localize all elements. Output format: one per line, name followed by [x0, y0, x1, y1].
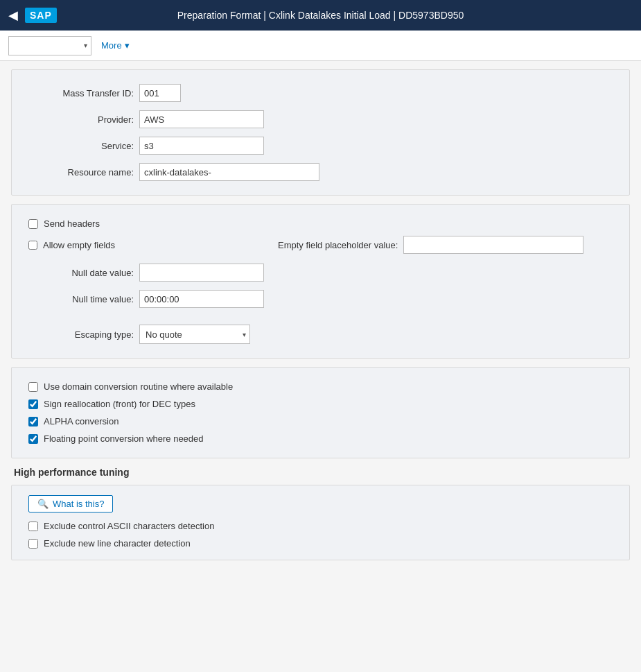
sign-reallocation-checkbox[interactable] [28, 399, 38, 409]
conversion-section: Use domain conversion routine where avai… [11, 367, 630, 458]
null-date-row: Null date value: [28, 264, 613, 282]
sign-reallocation-label: Sign reallocation (front) for DEC types [44, 399, 195, 409]
exclude-ascii-label: Exclude control ASCII characters detecti… [44, 521, 214, 531]
sap-logo-text: SAP [25, 8, 57, 23]
sign-reallocation-row: Sign reallocation (front) for DEC types [28, 399, 613, 409]
settings-section: Send headers Allow empty fields Empty fi… [11, 204, 630, 359]
send-headers-checkbox[interactable] [28, 219, 38, 229]
performance-content: 🔍 What is this? Exclude control ASCII ch… [11, 485, 630, 560]
null-date-label: Null date value: [28, 268, 139, 278]
alpha-conversion-label: ALPHA conversion [44, 416, 118, 427]
resource-name-row: Resource name: [28, 163, 613, 181]
empty-field-placeholder-input[interactable] [403, 236, 583, 254]
more-button[interactable]: More ▾ [97, 37, 134, 53]
allow-empty-fields-checkbox[interactable] [28, 241, 37, 250]
more-chevron-icon: ▾ [125, 40, 130, 51]
mass-transfer-id-input[interactable] [139, 84, 181, 102]
toolbar-select[interactable] [8, 36, 91, 55]
floating-point-row: Floating point conversion where needed [28, 433, 613, 444]
service-input[interactable] [139, 137, 264, 155]
what-is-this-button[interactable]: 🔍 What is this? [28, 495, 113, 512]
provider-label: Provider: [28, 114, 139, 125]
domain-conversion-checkbox[interactable] [28, 382, 38, 392]
mass-transfer-id-row: Mass Transfer ID: [28, 84, 613, 102]
provider-input[interactable] [139, 110, 264, 128]
provider-row: Provider: [28, 110, 613, 128]
alpha-conversion-row: ALPHA conversion [28, 416, 613, 427]
page-title: Preparation Format | Cxlink Datalakes In… [177, 10, 464, 21]
resource-name-label: Resource name: [28, 167, 139, 178]
escaping-type-select-wrapper: No quote Single quote Double quote ▾ [139, 325, 250, 344]
allow-empty-fields-row: Allow empty fields Empty field placehold… [28, 236, 613, 254]
back-button[interactable]: ◀ [8, 9, 18, 21]
more-label: More [101, 40, 122, 51]
escaping-type-label: Escaping type: [28, 329, 139, 340]
empty-field-placeholder-label: Empty field placeholder value: [278, 240, 403, 250]
floating-point-label: Floating point conversion where needed [44, 433, 204, 444]
what-is-this-label: What is this? [53, 499, 104, 509]
toolbar: ▾ More ▾ [0, 31, 641, 61]
service-row: Service: [28, 137, 613, 155]
resource-name-input[interactable] [139, 163, 319, 181]
exclude-newline-checkbox[interactable] [28, 539, 38, 549]
exclude-newline-row: Exclude new line character detection [28, 538, 613, 549]
escaping-type-row: Escaping type: No quote Single quote Dou… [28, 325, 613, 344]
empty-field-placeholder-wrapper: Empty field placeholder value: [278, 236, 583, 254]
null-time-label: Null time value: [28, 294, 139, 304]
domain-conversion-label: Use domain conversion routine where avai… [44, 381, 233, 392]
null-time-input[interactable] [139, 290, 264, 308]
performance-heading: High performance tuning [11, 467, 630, 478]
app-header: ◀ SAP Preparation Format | Cxlink Datala… [0, 0, 641, 31]
exclude-ascii-row: Exclude control ASCII characters detecti… [28, 521, 613, 531]
null-time-row: Null time value: [28, 290, 613, 308]
sap-logo: SAP [25, 8, 57, 23]
mass-transfer-section: Mass Transfer ID: Provider: Service: Res… [11, 69, 630, 196]
send-headers-row: Send headers [28, 218, 613, 229]
mass-transfer-id-label: Mass Transfer ID: [28, 88, 139, 98]
service-label: Service: [28, 141, 139, 151]
exclude-ascii-checkbox[interactable] [28, 522, 38, 531]
main-content: Mass Transfer ID: Provider: Service: Res… [0, 61, 641, 569]
allow-empty-fields-label: Allow empty fields [43, 240, 115, 250]
what-is-this-icon: 🔍 [37, 499, 49, 509]
floating-point-checkbox[interactable] [28, 434, 38, 444]
toolbar-select-wrapper: ▾ [8, 36, 91, 55]
performance-section: High performance tuning 🔍 What is this? … [11, 467, 630, 560]
exclude-newline-label: Exclude new line character detection [44, 538, 191, 549]
escaping-type-select[interactable]: No quote Single quote Double quote [139, 325, 250, 344]
send-headers-label: Send headers [44, 218, 100, 229]
alpha-conversion-checkbox[interactable] [28, 417, 38, 427]
null-date-input[interactable] [139, 264, 264, 282]
domain-conversion-row: Use domain conversion routine where avai… [28, 381, 613, 392]
